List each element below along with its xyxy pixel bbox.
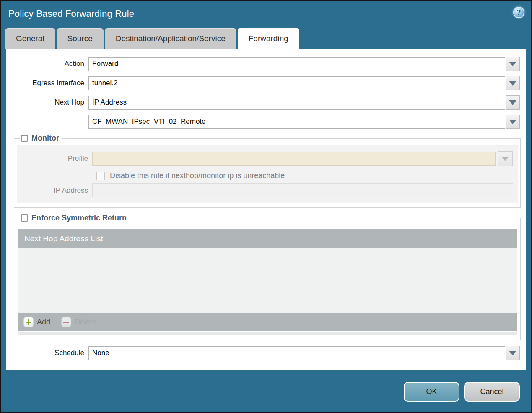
next-hop-list-body[interactable] <box>18 248 517 313</box>
next-hop-row: Next Hop IP Address <box>6 95 526 110</box>
add-button[interactable]: Add <box>23 317 50 327</box>
next-hop-address-list-table: Next Hop Address List Add Delete <box>18 229 517 335</box>
disable-rule-row: Disable this rule if nexthop/monitor ip … <box>96 171 518 180</box>
next-hop-type-select[interactable]: IP Address <box>88 96 505 110</box>
next-hop-list-toolbar: Add Delete <box>18 313 517 331</box>
ok-button-label: OK <box>426 387 437 396</box>
profile-label: Profile <box>17 154 92 163</box>
monitor-title: Monitor <box>31 134 59 143</box>
symmetric-return-title: Enforce Symmetric Return <box>31 214 127 222</box>
tab-forwarding[interactable]: Forwarding <box>238 28 299 49</box>
symmetric-return-legend: Enforce Symmetric Return <box>20 214 129 222</box>
dialog-titlebar: Policy Based Forwarding Rule ? <box>1 1 531 28</box>
next-hop-list-bottom-strip <box>18 332 517 335</box>
tab-destination-label: Destination/Application/Service <box>116 34 226 43</box>
chevron-down-icon <box>509 351 516 355</box>
next-hop-label: Next Hop <box>6 98 88 107</box>
dialog-title: Policy Based Forwarding Rule <box>1 1 531 19</box>
monitor-legend: Monitor <box>20 134 62 143</box>
chevron-down-icon <box>509 100 516 105</box>
tab-general[interactable]: General <box>5 28 55 49</box>
monitor-group: Monitor Profile Disable this rule if nex… <box>14 134 521 208</box>
monitor-checkbox[interactable] <box>21 135 28 142</box>
disable-rule-checkbox <box>96 172 105 180</box>
monitor-ip-label: IP Address <box>17 186 92 195</box>
next-hop-list-header-label: Next Hop Address List <box>24 234 103 243</box>
next-hop-type-dropdown-button[interactable] <box>506 95 520 110</box>
chevron-down-icon <box>501 157 509 161</box>
tab-general-label: General <box>16 34 44 43</box>
next-hop-address-row: CF_MWAN_IPsec_VTI_02_Remote <box>6 115 526 129</box>
enforce-symmetric-return-checkbox[interactable] <box>21 214 28 222</box>
delete-button: Delete <box>61 317 96 327</box>
tab-bar: General Source Destination/Application/S… <box>1 28 531 49</box>
egress-interface-row: Egress Interface tunnel.2 <box>6 76 526 90</box>
tab-content-forwarding: Action Forward Egress Interface tunnel.2… <box>6 49 526 370</box>
cancel-button[interactable]: Cancel <box>464 382 520 402</box>
chevron-down-icon <box>509 81 516 86</box>
pbf-rule-dialog: Policy Based Forwarding Rule ? General S… <box>0 0 532 413</box>
symmetric-return-group: Enforce Symmetric Return Next Hop Addres… <box>14 214 521 340</box>
tab-forwarding-label: Forwarding <box>249 34 288 43</box>
tab-source[interactable]: Source <box>57 28 104 49</box>
schedule-label: Schedule <box>6 349 88 357</box>
next-hop-address-dropdown-button[interactable] <box>506 115 520 129</box>
schedule-row: Schedule None <box>6 346 526 360</box>
plus-icon <box>23 317 34 327</box>
action-label: Action <box>6 60 88 68</box>
monitor-ip-row: IP Address <box>17 183 518 197</box>
profile-dropdown-button <box>498 151 513 166</box>
monitor-panel: Profile Disable this rule if nexthop/mon… <box>17 145 518 203</box>
add-button-label: Add <box>37 318 50 327</box>
dialog-footer: OK Cancel <box>1 370 531 412</box>
profile-row: Profile <box>17 151 518 166</box>
help-icon-glyph: ? <box>517 9 521 16</box>
tab-source-label: Source <box>67 34 93 43</box>
delete-button-label: Delete <box>75 318 96 327</box>
cancel-button-label: Cancel <box>480 387 503 396</box>
egress-interface-dropdown-button[interactable] <box>506 76 520 90</box>
tab-destination-application-service[interactable]: Destination/Application/Service <box>105 28 236 49</box>
schedule-dropdown-button[interactable] <box>506 346 520 360</box>
help-icon[interactable]: ? <box>513 7 524 18</box>
egress-interface-select[interactable]: tunnel.2 <box>88 76 505 90</box>
ok-button[interactable]: OK <box>404 382 459 402</box>
action-dropdown-button[interactable] <box>506 57 520 71</box>
minus-icon <box>61 317 71 327</box>
disable-rule-label: Disable this rule if nexthop/monitor ip … <box>110 171 285 180</box>
action-select[interactable]: Forward <box>88 57 505 71</box>
egress-interface-label: Egress Interface <box>6 79 88 87</box>
next-hop-list-header: Next Hop Address List <box>18 229 517 248</box>
chevron-down-icon <box>509 62 516 66</box>
profile-select <box>92 152 496 166</box>
next-hop-address-select[interactable]: CF_MWAN_IPsec_VTI_02_Remote <box>88 115 505 129</box>
schedule-select[interactable]: None <box>88 346 505 360</box>
chevron-down-icon <box>509 120 516 124</box>
monitor-ip-input <box>92 183 513 197</box>
action-row: Action Forward <box>6 57 526 71</box>
